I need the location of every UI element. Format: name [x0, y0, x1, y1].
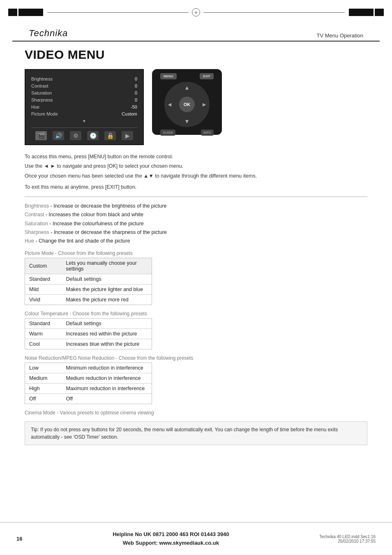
noise-reduction-heading: Noise Reduction/MPEG Noise Reduction - C… — [25, 355, 367, 361]
colour-temp-heading: Colour Temperature - Choose from the fol… — [25, 311, 367, 317]
brightness-feature-name: Brightness — [25, 203, 49, 209]
saturation-label: Saturation — [31, 90, 52, 95]
picture-mode-table: Custom Lets you manually choose your set… — [25, 258, 152, 305]
picture-mode-heading-text: Picture Mode - Choose from the following… — [25, 250, 133, 256]
instruction-exit-line: To exit this menu at anytime, press [EXI… — [25, 183, 367, 192]
top-crop-bar — [0, 0, 392, 25]
table-row: Low Minimum reduction in interference — [25, 363, 152, 373]
brightness-feature-desc: - Increase or decrease the brightness of… — [51, 203, 167, 209]
saturation-feature-name: Saturation — [25, 221, 48, 227]
info-button[interactable]: INFO — [201, 130, 214, 136]
tv-icon-video: 🎬 — [35, 131, 47, 140]
table-row: Medium Medium reduction in interference — [25, 373, 152, 384]
file-info-right: 25/02/2010 17:37:55 — [319, 539, 376, 543]
crop-blocks-left — [8, 9, 43, 16]
tv-icon-settings: ⚙ — [70, 131, 81, 140]
noise-reduction-table: Low Minimum reduction in interference Me… — [25, 363, 152, 404]
page-number: 16 — [16, 536, 22, 542]
sharpness-feature-desc: - Increase or decrease the sharpness of … — [51, 229, 167, 235]
ok-button[interactable]: OK — [179, 97, 195, 112]
picture-mode-value: Custom — [122, 111, 137, 116]
illustrations-row: Brightness 0 Contrast 0 Saturation 0 Sha… — [25, 69, 367, 145]
registration-mark — [192, 8, 200, 16]
tv-menu-row-sharpness: Sharpness 0 — [31, 97, 137, 102]
vivid-preset: Vivid — [25, 295, 62, 305]
hue-feature-name: Hue — [25, 238, 34, 244]
brightness-value: 0 — [135, 76, 137, 81]
tv-menu-row-saturation: Saturation 0 — [31, 90, 137, 95]
contrast-value: 0 — [135, 83, 137, 88]
dpad-right[interactable]: ► — [201, 101, 207, 108]
saturation-feature-desc: - Increase the colourfulness of the pict… — [49, 221, 143, 227]
dpad-up[interactable]: ▲ — [184, 84, 190, 91]
tv-icon-media: ▶ — [122, 131, 133, 140]
instruction-line1: To access this menu, press [MENU] button… — [25, 153, 367, 161]
instruction-line2: Use the ◄ ► to navigate and press [OK] t… — [25, 162, 367, 171]
contrast-feature-desc: - Increases the colour from black and wh… — [46, 212, 143, 217]
feature-sharpness: Sharpness - Increase or decrease the sha… — [25, 228, 367, 237]
cinema-mode-heading: Cinema Mode - Various presets to optimis… — [25, 410, 367, 416]
brand-logo: Technika — [29, 28, 68, 39]
table-row: Custom Lets you manually choose your set… — [25, 258, 152, 274]
section-title: TV Menu Operation — [317, 32, 363, 39]
tv-menu-row-brightness: Brightness 0 — [31, 76, 137, 81]
tv-menu-row-hue: Hue -50 — [31, 104, 137, 109]
off-preset: Off — [25, 394, 62, 404]
tv-menu-row-contrast: Contrast 0 — [31, 83, 137, 88]
brightness-label: Brightness — [31, 76, 53, 81]
remote-bottom-buttons: GUIDE INFO — [156, 130, 218, 136]
sharpness-value: 0 — [135, 97, 137, 102]
instruction-exit: To exit this menu at anytime, press [EXI… — [25, 183, 367, 192]
custom-desc: Lets you manually choose your settings — [62, 258, 152, 274]
low-desc: Minimum reduction in interference — [62, 363, 152, 373]
dpad-down[interactable]: ▼ — [184, 118, 190, 125]
main-content: VIDEO MENU Brightness 0 Contrast 0 Satur… — [0, 42, 392, 453]
file-info: Technika 40 LED.indd Sec1:16 25/02/2010 … — [319, 534, 376, 543]
tv-menu-mockup: Brightness 0 Contrast 0 Saturation 0 Sha… — [25, 69, 144, 145]
ct-cool-preset: Cool — [25, 339, 62, 349]
crop-blocks-right — [349, 9, 384, 16]
tip-text: Tip: If you do not press any buttons for… — [31, 427, 338, 440]
standard-preset: Standard — [25, 274, 62, 284]
hue-value: -50 — [131, 104, 137, 109]
contrast-label: Contrast — [31, 83, 48, 88]
picture-mode-heading: Picture Mode - Choose from the following… — [25, 250, 367, 256]
sharpness-feature-name: Sharpness — [25, 229, 49, 235]
table-row: Warm Increases red within the picture — [25, 329, 152, 339]
medium-desc: Medium reduction in interference — [62, 373, 152, 384]
tv-icon-time: 🕐 — [87, 131, 99, 140]
table-row: Off Off — [25, 394, 152, 404]
mild-desc: Makes the picture lighter and blue — [62, 284, 152, 295]
table-row: High Maximum reduction in interference — [25, 384, 152, 394]
table-row: Standard Default settings — [25, 319, 152, 329]
medium-preset: Medium — [25, 373, 62, 384]
exit-button[interactable]: EXIT — [200, 73, 214, 79]
helpline-info: Helpline No UK 0871 2000 463 ROI 01443 3… — [113, 530, 229, 548]
high-preset: High — [25, 384, 62, 394]
helpline-line1: Helpline No UK 0871 2000 463 ROI 01443 3… — [113, 530, 229, 539]
cinema-mode-heading-text: Cinema Mode - Various presets to optimis… — [25, 410, 154, 416]
hue-feature-desc: - Change the tint and shade of the pictu… — [35, 238, 130, 244]
page-header: Technika TV Menu Operation — [12, 25, 380, 42]
picture-mode-label: Picture Mode — [31, 111, 58, 116]
helpline-line2: Web Support: www.skymediauk.co.uk — [113, 539, 229, 548]
saturation-value: 0 — [135, 90, 137, 95]
tv-menu-icons: 🎬 🔊 ⚙ 🕐 🔒 ▶ — [31, 127, 137, 140]
menu-button[interactable]: MENU — [160, 73, 177, 79]
dpad-circle: ▲ ▼ ◄ ► OK — [164, 82, 210, 127]
page-footer: 16 Helpline No UK 0871 2000 463 ROI 0144… — [0, 522, 392, 555]
vivid-desc: Makes the picture more red — [62, 295, 152, 305]
tv-icon-lock: 🔒 — [104, 131, 116, 140]
file-info-left: Technika 40 LED.indd Sec1:16 — [319, 534, 376, 539]
instructions-block: To access this menu, press [MENU] button… — [25, 153, 367, 180]
custom-preset: Custom — [25, 258, 62, 274]
tv-icon-audio: 🔊 — [53, 131, 64, 140]
colour-temp-heading-text: Colour Temperature - Choose from the fol… — [25, 311, 147, 317]
dpad-left[interactable]: ◄ — [167, 101, 173, 108]
remote-top-buttons: MENU EXIT — [156, 73, 218, 79]
feature-saturation: Saturation - Increase the colourfulness … — [25, 220, 367, 228]
guide-button[interactable]: GUIDE — [160, 130, 175, 136]
contrast-feature-name: Contrast — [25, 212, 44, 217]
feature-contrast: Contrast - Increases the colour from bla… — [25, 210, 367, 219]
feature-list: Brightness - Increase or decrease the br… — [25, 202, 367, 245]
